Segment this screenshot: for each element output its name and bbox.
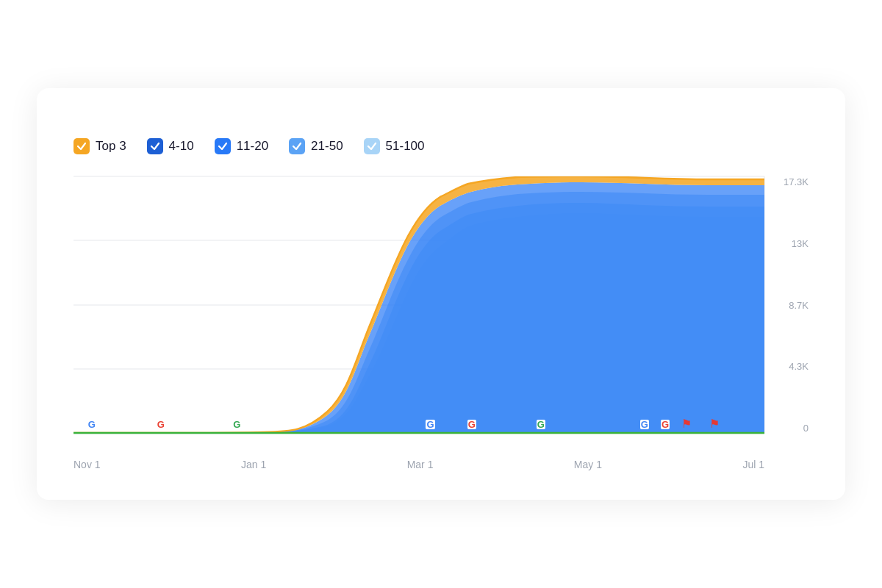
legend-item-21-50[interactable]: 21-50	[289, 138, 343, 154]
checkbox-51-100[interactable]	[364, 138, 380, 154]
chart-area: G G G G G G G G ⚑ ⚑	[74, 176, 764, 434]
google-marker-7: G	[640, 420, 649, 429]
flag-marker-2: ⚑	[709, 418, 720, 430]
x-axis: Nov 1Jan 1Mar 1May 1Jul 1	[74, 434, 764, 470]
google-marker-2: G	[157, 420, 165, 429]
x-axis-label: Jan 1	[241, 459, 266, 470]
x-axis-label: Nov 1	[74, 459, 101, 470]
google-marker-3: G	[232, 420, 241, 429]
y-axis-label: 0	[803, 423, 808, 434]
y-axis-label: 13K	[792, 238, 808, 249]
google-marker-4: G	[426, 420, 434, 429]
legend-item-4-10[interactable]: 4-10	[147, 138, 194, 154]
google-marker-5: G	[467, 420, 476, 429]
checkbox-11-20[interactable]	[215, 138, 231, 154]
checkbox-top3[interactable]	[74, 138, 90, 154]
checkbox-4-10[interactable]	[147, 138, 163, 154]
y-axis-label: 8.7K	[789, 300, 808, 311]
main-card: Top 34-1011-2021-5051-100 04.3K8.7K13K17…	[37, 88, 845, 500]
y-axis-label: 4.3K	[789, 361, 808, 372]
legend-label-4-10: 4-10	[169, 139, 194, 154]
google-marker-6: G	[537, 420, 545, 429]
x-axis-label: Mar 1	[407, 459, 434, 470]
y-axis: 04.3K8.7K13K17.3K	[764, 176, 808, 434]
checkbox-21-50[interactable]	[289, 138, 305, 154]
legend-label-11-20: 11-20	[237, 139, 268, 154]
legend-label-top3: Top 3	[96, 139, 126, 154]
legend-row: Top 34-1011-2021-5051-100	[74, 138, 808, 154]
legend-item-11-20[interactable]: 11-20	[215, 138, 268, 154]
flag-marker-1: ⚑	[681, 418, 692, 430]
google-marker-8: G	[661, 420, 670, 429]
x-axis-label: Jul 1	[742, 459, 764, 470]
y-axis-label: 17.3K	[784, 176, 808, 187]
chart-container: 04.3K8.7K13K17.3K	[74, 176, 808, 470]
legend-label-51-100: 51-100	[386, 139, 425, 154]
google-marker-1: G	[87, 420, 96, 429]
legend-item-51-100[interactable]: 51-100	[364, 138, 425, 154]
legend-item-top3[interactable]: Top 3	[74, 138, 126, 154]
x-axis-label: May 1	[574, 459, 602, 470]
legend-label-21-50: 21-50	[311, 139, 343, 154]
